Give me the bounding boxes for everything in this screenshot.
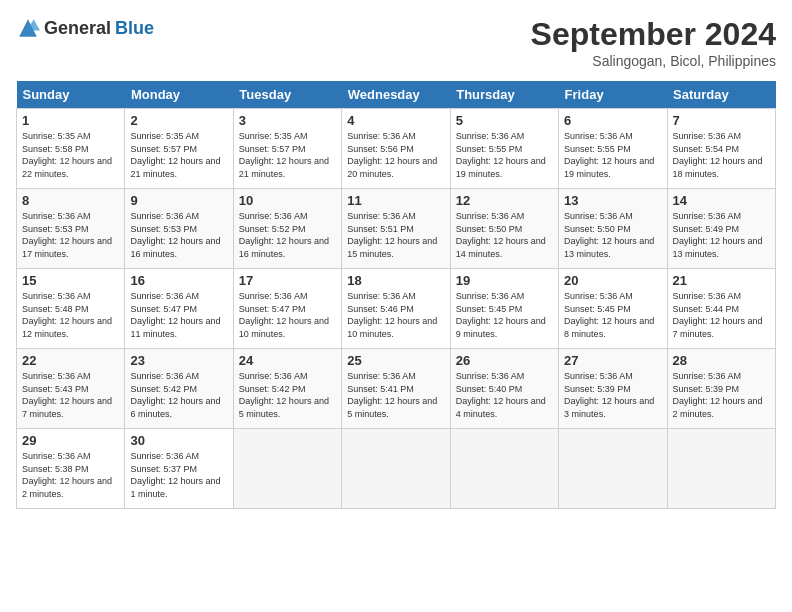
column-header-sunday: Sunday: [17, 81, 125, 109]
day-number: 18: [347, 273, 444, 288]
day-number: 13: [564, 193, 661, 208]
day-number: 7: [673, 113, 770, 128]
calendar-cell: 10Sunrise: 5:36 AMSunset: 5:52 PMDayligh…: [233, 189, 341, 269]
calendar-cell: 1Sunrise: 5:35 AMSunset: 5:58 PMDaylight…: [17, 109, 125, 189]
day-number: 28: [673, 353, 770, 368]
calendar-cell: 3Sunrise: 5:35 AMSunset: 5:57 PMDaylight…: [233, 109, 341, 189]
logo-blue: Blue: [115, 18, 154, 39]
day-number: 24: [239, 353, 336, 368]
calendar-cell: 5Sunrise: 5:36 AMSunset: 5:55 PMDaylight…: [450, 109, 558, 189]
day-number: 9: [130, 193, 227, 208]
day-number: 16: [130, 273, 227, 288]
day-info: Sunrise: 5:36 AMSunset: 5:43 PMDaylight:…: [22, 370, 119, 420]
calendar-cell: 16Sunrise: 5:36 AMSunset: 5:47 PMDayligh…: [125, 269, 233, 349]
column-header-wednesday: Wednesday: [342, 81, 450, 109]
day-number: 29: [22, 433, 119, 448]
logo-general: General: [44, 18, 111, 39]
day-info: Sunrise: 5:36 AMSunset: 5:51 PMDaylight:…: [347, 210, 444, 260]
day-info: Sunrise: 5:36 AMSunset: 5:50 PMDaylight:…: [456, 210, 553, 260]
day-info: Sunrise: 5:36 AMSunset: 5:41 PMDaylight:…: [347, 370, 444, 420]
column-header-tuesday: Tuesday: [233, 81, 341, 109]
calendar-table: SundayMondayTuesdayWednesdayThursdayFrid…: [16, 81, 776, 509]
logo: GeneralBlue: [16, 16, 154, 40]
day-number: 25: [347, 353, 444, 368]
calendar-cell: 30Sunrise: 5:36 AMSunset: 5:37 PMDayligh…: [125, 429, 233, 509]
day-number: 6: [564, 113, 661, 128]
calendar-cell: 28Sunrise: 5:36 AMSunset: 5:39 PMDayligh…: [667, 349, 775, 429]
day-info: Sunrise: 5:36 AMSunset: 5:45 PMDaylight:…: [456, 290, 553, 340]
calendar-week-row: 8Sunrise: 5:36 AMSunset: 5:53 PMDaylight…: [17, 189, 776, 269]
calendar-cell: 22Sunrise: 5:36 AMSunset: 5:43 PMDayligh…: [17, 349, 125, 429]
day-info: Sunrise: 5:36 AMSunset: 5:39 PMDaylight:…: [673, 370, 770, 420]
day-number: 2: [130, 113, 227, 128]
logo-icon: [16, 16, 40, 40]
day-info: Sunrise: 5:36 AMSunset: 5:48 PMDaylight:…: [22, 290, 119, 340]
calendar-cell: 8Sunrise: 5:36 AMSunset: 5:53 PMDaylight…: [17, 189, 125, 269]
day-number: 19: [456, 273, 553, 288]
day-info: Sunrise: 5:36 AMSunset: 5:47 PMDaylight:…: [130, 290, 227, 340]
calendar-cell: 17Sunrise: 5:36 AMSunset: 5:47 PMDayligh…: [233, 269, 341, 349]
day-number: 3: [239, 113, 336, 128]
calendar-cell: [233, 429, 341, 509]
calendar-cell: [342, 429, 450, 509]
day-number: 22: [22, 353, 119, 368]
day-info: Sunrise: 5:35 AMSunset: 5:57 PMDaylight:…: [239, 130, 336, 180]
day-number: 4: [347, 113, 444, 128]
day-number: 12: [456, 193, 553, 208]
day-number: 17: [239, 273, 336, 288]
calendar-cell: 24Sunrise: 5:36 AMSunset: 5:42 PMDayligh…: [233, 349, 341, 429]
calendar-cell: 21Sunrise: 5:36 AMSunset: 5:44 PMDayligh…: [667, 269, 775, 349]
calendar-cell: [450, 429, 558, 509]
calendar-cell: 14Sunrise: 5:36 AMSunset: 5:49 PMDayligh…: [667, 189, 775, 269]
day-number: 20: [564, 273, 661, 288]
calendar-cell: 26Sunrise: 5:36 AMSunset: 5:40 PMDayligh…: [450, 349, 558, 429]
calendar-cell: 4Sunrise: 5:36 AMSunset: 5:56 PMDaylight…: [342, 109, 450, 189]
calendar-cell: 2Sunrise: 5:35 AMSunset: 5:57 PMDaylight…: [125, 109, 233, 189]
calendar-cell: 13Sunrise: 5:36 AMSunset: 5:50 PMDayligh…: [559, 189, 667, 269]
calendar-cell: 18Sunrise: 5:36 AMSunset: 5:46 PMDayligh…: [342, 269, 450, 349]
day-number: 15: [22, 273, 119, 288]
day-number: 5: [456, 113, 553, 128]
title-section: September 2024 Salingogan, Bicol, Philip…: [531, 16, 776, 69]
calendar-cell: 27Sunrise: 5:36 AMSunset: 5:39 PMDayligh…: [559, 349, 667, 429]
day-info: Sunrise: 5:36 AMSunset: 5:44 PMDaylight:…: [673, 290, 770, 340]
day-info: Sunrise: 5:36 AMSunset: 5:46 PMDaylight:…: [347, 290, 444, 340]
day-info: Sunrise: 5:36 AMSunset: 5:56 PMDaylight:…: [347, 130, 444, 180]
day-info: Sunrise: 5:36 AMSunset: 5:39 PMDaylight:…: [564, 370, 661, 420]
location-subtitle: Salingogan, Bicol, Philippines: [531, 53, 776, 69]
calendar-cell: 9Sunrise: 5:36 AMSunset: 5:53 PMDaylight…: [125, 189, 233, 269]
calendar-cell: 29Sunrise: 5:36 AMSunset: 5:38 PMDayligh…: [17, 429, 125, 509]
calendar-cell: [559, 429, 667, 509]
day-number: 11: [347, 193, 444, 208]
day-info: Sunrise: 5:36 AMSunset: 5:38 PMDaylight:…: [22, 450, 119, 500]
day-number: 14: [673, 193, 770, 208]
day-info: Sunrise: 5:36 AMSunset: 5:55 PMDaylight:…: [564, 130, 661, 180]
day-info: Sunrise: 5:36 AMSunset: 5:42 PMDaylight:…: [239, 370, 336, 420]
calendar-cell: 7Sunrise: 5:36 AMSunset: 5:54 PMDaylight…: [667, 109, 775, 189]
calendar-cell: [667, 429, 775, 509]
day-number: 1: [22, 113, 119, 128]
calendar-week-row: 1Sunrise: 5:35 AMSunset: 5:58 PMDaylight…: [17, 109, 776, 189]
calendar-header-row: SundayMondayTuesdayWednesdayThursdayFrid…: [17, 81, 776, 109]
calendar-cell: 11Sunrise: 5:36 AMSunset: 5:51 PMDayligh…: [342, 189, 450, 269]
day-number: 30: [130, 433, 227, 448]
column-header-friday: Friday: [559, 81, 667, 109]
day-info: Sunrise: 5:36 AMSunset: 5:45 PMDaylight:…: [564, 290, 661, 340]
day-info: Sunrise: 5:36 AMSunset: 5:53 PMDaylight:…: [130, 210, 227, 260]
day-number: 27: [564, 353, 661, 368]
calendar-cell: 25Sunrise: 5:36 AMSunset: 5:41 PMDayligh…: [342, 349, 450, 429]
calendar-cell: 23Sunrise: 5:36 AMSunset: 5:42 PMDayligh…: [125, 349, 233, 429]
calendar-cell: 19Sunrise: 5:36 AMSunset: 5:45 PMDayligh…: [450, 269, 558, 349]
day-info: Sunrise: 5:36 AMSunset: 5:52 PMDaylight:…: [239, 210, 336, 260]
day-info: Sunrise: 5:35 AMSunset: 5:58 PMDaylight:…: [22, 130, 119, 180]
day-info: Sunrise: 5:36 AMSunset: 5:53 PMDaylight:…: [22, 210, 119, 260]
column-header-saturday: Saturday: [667, 81, 775, 109]
day-info: Sunrise: 5:36 AMSunset: 5:40 PMDaylight:…: [456, 370, 553, 420]
calendar-cell: 12Sunrise: 5:36 AMSunset: 5:50 PMDayligh…: [450, 189, 558, 269]
calendar-cell: 6Sunrise: 5:36 AMSunset: 5:55 PMDaylight…: [559, 109, 667, 189]
day-info: Sunrise: 5:36 AMSunset: 5:42 PMDaylight:…: [130, 370, 227, 420]
calendar-cell: 20Sunrise: 5:36 AMSunset: 5:45 PMDayligh…: [559, 269, 667, 349]
day-info: Sunrise: 5:36 AMSunset: 5:49 PMDaylight:…: [673, 210, 770, 260]
day-info: Sunrise: 5:36 AMSunset: 5:47 PMDaylight:…: [239, 290, 336, 340]
day-info: Sunrise: 5:36 AMSunset: 5:55 PMDaylight:…: [456, 130, 553, 180]
